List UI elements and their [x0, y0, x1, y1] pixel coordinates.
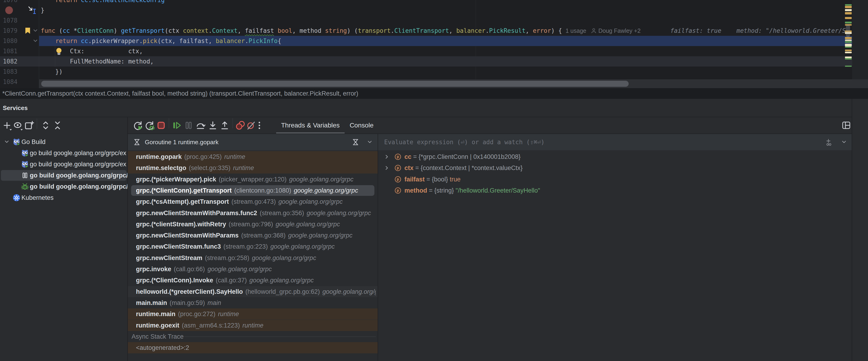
fold-chevron-icon[interactable]	[32, 37, 39, 44]
code-token: return	[55, 0, 77, 3]
frame-function: grpc.(*pickerWrapper).pick	[136, 176, 216, 183]
error-stripe-mark[interactable]	[845, 4, 852, 6]
chevron-right-icon[interactable]	[383, 153, 390, 160]
code-token: cc	[63, 27, 70, 34]
line-number: 1076	[0, 0, 18, 5]
stop-button[interactable]	[156, 120, 166, 130]
frame-text: grpc.(*pickerWrapper).pick(picker_wrappe…	[136, 174, 376, 185]
usages-inlay[interactable]: 1 usage	[565, 26, 586, 36]
stack-frame-row[interactable]: grpc.invoke(call.go:66)google.golang.org…	[128, 264, 378, 275]
chevron-down-icon[interactable]	[3, 138, 10, 145]
tree-item-label: Go Build	[22, 136, 127, 147]
stack-frame-row[interactable]: grpc.newClientStreamWithParams(stream.go…	[128, 230, 378, 241]
stack-frame-row[interactable]: grpc.(*clientStream).withRetry(stream.go…	[128, 219, 378, 230]
error-stripe-mark[interactable]	[845, 66, 852, 67]
error-stripe-mark[interactable]	[845, 12, 852, 14]
stack-frame-row[interactable]: grpc.newClientStreamWithParams.func2(str…	[128, 207, 378, 219]
error-stripe-mark[interactable]	[845, 22, 852, 24]
pause-button[interactable]	[183, 120, 194, 130]
breakpoint-icon[interactable]	[5, 6, 13, 14]
stack-frame-row[interactable]: runtime.goexit(asm_arm64.s:1223)runtime	[128, 320, 378, 331]
frame-module: main	[208, 299, 221, 306]
tree-item[interactable]: go build google.golang.org/grpc/ex	[0, 147, 127, 159]
line-number: 1079	[0, 26, 18, 36]
stack-frame-row[interactable]: runtime.main(proc.go:272)runtime	[128, 308, 378, 320]
code-token: failfast	[245, 27, 274, 34]
fold-chevron-icon[interactable]	[32, 27, 39, 34]
error-stripe-mark[interactable]	[845, 52, 852, 53]
editor-hscrollbar-thumb[interactable]	[41, 81, 629, 87]
error-stripe-mark[interactable]	[845, 58, 852, 60]
error-stripe-mark[interactable]	[845, 44, 852, 46]
tab-console[interactable]: Console	[345, 117, 379, 134]
error-stripe-mark[interactable]	[845, 46, 852, 48]
variable-equals: =	[411, 153, 418, 160]
frame-location: (main.go:59)	[170, 299, 205, 306]
open-in-new-tab-button[interactable]	[24, 120, 34, 130]
expand-all-button[interactable]	[40, 120, 51, 130]
resume-button[interactable]	[172, 120, 182, 130]
tab-label: Console	[350, 122, 374, 129]
step-out-button[interactable]	[220, 120, 230, 130]
tab-threads-variables[interactable]: Threads & Variables	[276, 117, 345, 134]
toolwindow-right-edge	[852, 99, 852, 361]
stack-frame-row[interactable]: grpc.(*pickerWrapper).pick(picker_wrappe…	[128, 174, 378, 185]
stack-frame-row[interactable]: helloworld.(*greeterClient).SayHello(hel…	[128, 286, 378, 297]
tree-item[interactable]: go build google.golang.org/grpc/	[0, 170, 127, 181]
tree-item[interactable]: Go Build	[0, 136, 127, 147]
frame-location: (stream.go:356)	[259, 209, 304, 217]
services-debugger-splitter[interactable]	[127, 117, 128, 361]
error-stripe-mark[interactable]	[845, 41, 852, 43]
error-stripe-mark[interactable]	[845, 9, 852, 11]
stack-frame-row[interactable]: grpc.(*csAttempt).getTransport(stream.go…	[128, 196, 378, 207]
line-number: 1082	[0, 56, 18, 67]
layout-settings-button[interactable]	[841, 120, 851, 130]
stack-frame-row[interactable]: grpc.(*ClientConn).getTransport(clientco…	[128, 185, 378, 196]
step-into-button[interactable]	[208, 120, 218, 130]
stack-frame-row[interactable]: runtime.selectgo(select.go:335)runtime	[128, 162, 378, 173]
add-watch-icon[interactable]	[825, 138, 834, 146]
variable-row[interactable]: pfailfast = {bool} true	[378, 174, 852, 185]
code-editor[interactable]: 1076 return cc.sc.healthCheckConfig}1078…	[0, 0, 868, 88]
chevron-right-icon[interactable]	[383, 164, 390, 171]
mute-breakpoints-button[interactable]	[235, 120, 245, 130]
error-stripe-mark[interactable]	[845, 39, 852, 41]
code-author-inlay[interactable]: Doug Fawley +2	[598, 26, 641, 36]
stack-frame-row[interactable]: main.main(main.go:59)main	[128, 297, 378, 308]
editor-vertical-scrollbar[interactable]	[846, 25, 850, 37]
view-options-button[interactable]	[13, 120, 23, 130]
tree-item[interactable]: go build google.golang.org/grpc/ex	[0, 159, 127, 170]
error-stripe-mark[interactable]	[845, 50, 852, 51]
stack-frame-row[interactable]: grpc.newClientStream.func3(stream.go:223…	[128, 241, 378, 252]
evaluate-expression-input[interactable]: Evaluate expression (⏎) or add a watch (…	[378, 134, 852, 150]
frame-function: grpc.newClientStreamWithParams.func2	[136, 209, 257, 217]
variable-row[interactable]: pmethod = {string} "/helloworld.Greeter/…	[378, 185, 852, 196]
intention-bulb-icon[interactable]	[55, 47, 63, 55]
variable-text: failfast = {bool} true	[404, 174, 461, 185]
error-stripe-mark[interactable]	[845, 17, 852, 19]
variable-text: cc = {*grpc.ClientConn | 0x140001b2008}	[404, 151, 521, 162]
error-stripe-mark[interactable]	[845, 57, 852, 58]
rerun-button[interactable]	[133, 120, 143, 130]
error-stripe-mark[interactable]	[845, 6, 852, 8]
collapse-all-button[interactable]	[52, 120, 63, 130]
chevron-down-icon[interactable]	[840, 139, 847, 145]
stack-frame-row[interactable]: grpc.(*ClientConn).Invoke(call.go:37)goo…	[128, 275, 378, 286]
rerun-debugger-button[interactable]	[144, 120, 155, 130]
add-service-button[interactable]	[2, 120, 12, 130]
stack-frame-row[interactable]: runtime.gopark(proc.go:425)runtime	[128, 151, 378, 162]
frame-function: runtime.goexit	[136, 322, 179, 329]
error-stripe-mark[interactable]	[845, 37, 852, 39]
tree-item[interactable]: go build google.golang.org/grpc/	[0, 181, 127, 192]
frame-module: google.golang.org/grpc	[252, 255, 316, 261]
async-frame-row[interactable]: <autogenerated>:2	[128, 342, 378, 353]
goroutine-selector[interactable]: Goroutine 1 runtime.gopark	[128, 134, 378, 150]
step-over-button[interactable]	[195, 120, 206, 130]
chevron-down-icon[interactable]	[366, 139, 373, 145]
goroutine-filter-toggle-icon[interactable]	[351, 138, 360, 146]
variable-row[interactable]: pcc = {*grpc.ClientConn | 0x140001b2008}	[378, 151, 852, 162]
stack-frame-row[interactable]: grpc.newClientStream(stream.go:258)googl…	[128, 252, 378, 264]
more-options-button[interactable]	[254, 120, 265, 130]
variable-row[interactable]: pctx = {context.Context | *context.value…	[378, 162, 852, 173]
tree-item[interactable]: Kubernetes	[0, 192, 127, 203]
